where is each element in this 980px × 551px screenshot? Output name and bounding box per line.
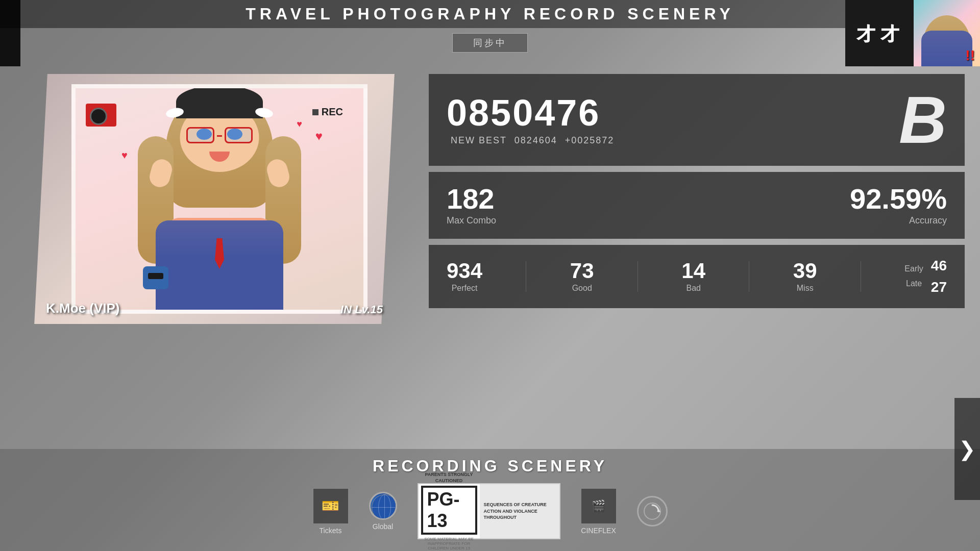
global-item[interactable]: Global <box>369 492 397 531</box>
album-art-area: REC ♥ ♥ ♥ <box>41 74 388 324</box>
rec-badge: REC <box>312 106 343 118</box>
combo-section: 182 Max Combo <box>447 185 496 226</box>
pixel-camera-decoration <box>86 104 116 127</box>
early-label: Early <box>904 262 923 277</box>
tickets-icon: 🎫 <box>322 497 339 514</box>
early-late-values: 46 27 <box>931 255 947 298</box>
accuracy-section: 92.59% Accuracy <box>850 185 947 226</box>
heart-decoration-3: ♥ <box>121 149 128 161</box>
circular-icon[interactable] <box>637 496 668 527</box>
combo-accuracy-panel: 182 Max Combo 92.59% Accuracy <box>429 172 965 239</box>
divider-3 <box>749 261 749 292</box>
globe-lines <box>371 493 396 518</box>
rec-dot <box>312 109 318 115</box>
tickets-icon-box[interactable]: 🎫 <box>313 488 349 524</box>
early-late-container: Early Late 46 27 <box>904 255 947 298</box>
bottom-section: RECORDING SCENERY 🎫 Tickets <box>0 449 980 551</box>
late-label: Late <box>904 277 923 291</box>
good-label: Good <box>570 284 594 293</box>
player-name: K.Moe (VIP) <box>46 300 119 316</box>
combo-label: Max Combo <box>447 215 496 226</box>
accuracy-label: Accuracy <box>850 215 947 226</box>
pg13-description: SEQUENCES OF CREATURE ACTION AND VIOLANC… <box>484 502 555 521</box>
score-new-best: NEW BEST 0824604 +0025872 <box>447 135 614 146</box>
combo-value: 182 <box>447 185 496 213</box>
good-value: 73 <box>570 260 594 282</box>
character-art: REC ♥ ♥ ♥ <box>76 88 363 310</box>
early-value: 46 <box>931 255 947 277</box>
score-value: 0850476 <box>447 94 614 131</box>
late-value: 27 <box>931 277 947 298</box>
new-best-value: 0824604 <box>514 135 557 145</box>
tickets-item[interactable]: 🎫 Tickets <box>313 488 349 535</box>
score-left: 0850476 NEW BEST 0824604 +0025872 <box>447 94 614 146</box>
circular-icon-item[interactable] <box>637 496 668 527</box>
bad-item: 14 Bad <box>681 260 705 293</box>
pg13-warning: PARENTS STRONGLY CAUTIONED <box>421 472 477 484</box>
right-panel: 0850476 NEW BEST 0824604 +0025872 B 182 … <box>429 74 965 308</box>
album-inner: REC ♥ ♥ ♥ <box>71 84 368 314</box>
heart-decoration-1: ♥ <box>315 129 323 143</box>
miss-item: 39 Miss <box>793 260 817 293</box>
tickets-label: Tickets <box>320 527 342 535</box>
new-best-label: NEW BEST <box>451 135 507 145</box>
divider-2 <box>638 261 638 292</box>
right-arrow-icon: ❯ <box>959 437 976 461</box>
glass-bridge <box>217 135 222 137</box>
level-badge: IN Lv.15 <box>340 303 383 316</box>
divider-1 <box>526 261 526 292</box>
global-label: Global <box>373 522 393 531</box>
top-title-bar: TRAVEL PHOTOGRAPHY RECORD SCENERY <box>0 0 980 28</box>
accuracy-value: 92.59% <box>850 185 947 213</box>
pg13-left: PARENTS STRONGLY CAUTIONED PG-13 SOME MA… <box>419 484 480 538</box>
perfect-value: 934 <box>447 260 482 282</box>
top-right-panel: オオ !! <box>845 0 980 66</box>
rank-letter: B <box>899 87 947 153</box>
miss-value: 39 <box>793 260 817 282</box>
heart-decoration-2: ♥ <box>297 119 302 130</box>
judgment-panel: 934 Perfect 73 Good 14 Bad 39 Miss Early… <box>429 245 965 308</box>
character-glasses <box>186 127 253 145</box>
top-right-japanese-text: オオ <box>845 0 914 66</box>
recording-title: RECORDING SCENERY <box>373 457 607 475</box>
good-item: 73 Good <box>570 260 594 293</box>
new-best-diff: +0025872 <box>565 135 615 145</box>
divider-4 <box>861 261 861 292</box>
sync-status: 同步中 <box>452 33 528 53</box>
bad-label: Bad <box>681 284 705 293</box>
miss-label: Miss <box>793 284 817 293</box>
perfect-item: 934 Perfect <box>447 260 482 293</box>
cineflex-item[interactable]: 🎬 CINEFLEX <box>581 488 617 535</box>
pg13-right: SEQUENCES OF CREATURE ACTION AND VIOLANC… <box>480 484 559 538</box>
global-icon[interactable] <box>369 492 397 520</box>
cineflex-icon: 🎬 <box>592 499 605 513</box>
early-late-labels: Early Late <box>904 262 923 291</box>
pg13-card: PARENTS STRONGLY CAUTIONED PG-13 SOME MA… <box>418 483 560 539</box>
top-right-thumbnail: !! <box>914 0 980 66</box>
character-body <box>133 85 306 310</box>
song-title: TRAVEL PHOTOGRAPHY RECORD SCENERY <box>246 5 734 23</box>
cineflex-icon-box[interactable]: 🎬 <box>581 488 617 524</box>
bad-value: 14 <box>681 260 705 282</box>
right-edge-panel[interactable]: ❯ <box>954 398 980 500</box>
cineflex-label: CINEFLEX <box>581 527 616 535</box>
perfect-label: Perfect <box>447 284 482 293</box>
score-panel: 0850476 NEW BEST 0824604 +0025872 B <box>429 74 965 166</box>
pg13-rating: PG-13 <box>421 486 477 535</box>
bottom-icons-row: 🎫 Tickets Global PARENTS ST <box>313 483 668 539</box>
sync-label: 同步中 <box>473 38 507 48</box>
